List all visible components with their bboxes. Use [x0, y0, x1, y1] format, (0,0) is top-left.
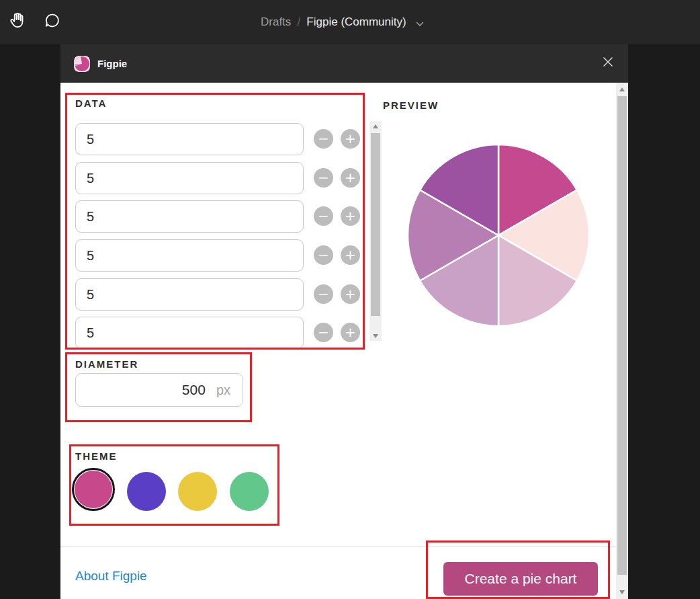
decrement-button[interactable]: − — [314, 206, 333, 226]
diameter-section-label: DIAMETER — [75, 358, 138, 370]
figpie-plugin-modal: Figpie DATA −+−+−+−+−+−+ PREVIEW DIAMETE… — [60, 44, 628, 599]
breadcrumb[interactable]: Drafts / Figpie (Community) — [261, 0, 424, 44]
data-value-input[interactable] — [75, 239, 304, 272]
create-pie-chart-button[interactable]: Create a pie chart — [443, 562, 598, 596]
scroll-down-icon[interactable] — [369, 331, 382, 341]
about-figpie-link[interactable]: About Figpie — [75, 569, 147, 584]
theme-swatch-pink-selected[interactable] — [72, 468, 115, 511]
preview-section-label: PREVIEW — [383, 99, 439, 111]
scroll-up-icon[interactable] — [369, 121, 382, 131]
diameter-unit-label: px — [216, 383, 230, 398]
data-value-input[interactable] — [75, 123, 304, 155]
data-value-input[interactable] — [75, 200, 304, 233]
data-scrollbar-thumb[interactable] — [371, 133, 380, 316]
theme-swatch-yellow[interactable] — [178, 472, 217, 511]
plugin-modal-body: DATA −+−+−+−+−+−+ PREVIEW DIAMETER 500 p… — [60, 83, 628, 599]
chevron-down-icon[interactable] — [416, 17, 424, 30]
theme-section-label: THEME — [75, 450, 118, 462]
decrement-button[interactable]: − — [314, 168, 333, 188]
increment-button[interactable]: + — [341, 245, 360, 265]
modal-scrollbar[interactable] — [616, 83, 628, 599]
plugin-modal-header: Figpie — [60, 44, 628, 83]
modal-scrollbar-thumb[interactable] — [617, 96, 627, 575]
diameter-input[interactable]: 500 px — [75, 373, 243, 407]
close-icon — [602, 56, 614, 71]
increment-button[interactable]: + — [341, 284, 360, 304]
decrement-button[interactable]: − — [314, 284, 333, 304]
data-list-scrollbar[interactable] — [369, 121, 382, 341]
theme-swatch-green[interactable] — [230, 472, 269, 511]
close-button[interactable] — [601, 56, 615, 70]
footer-divider — [60, 546, 616, 547]
comment-tool-button[interactable] — [40, 10, 64, 34]
comment-bubble-icon — [42, 11, 62, 34]
theme-swatch-pink[interactable] — [75, 471, 112, 508]
increment-button[interactable]: + — [341, 206, 360, 226]
figpie-logo-icon — [74, 56, 90, 72]
pie-chart-preview — [406, 143, 590, 327]
scroll-down-icon[interactable] — [616, 587, 628, 597]
data-value-input[interactable] — [75, 162, 304, 194]
breadcrumb-folder[interactable]: Drafts — [261, 15, 291, 29]
data-value-input[interactable] — [75, 278, 304, 311]
figma-toolbar: Drafts / Figpie (Community) — [0, 0, 700, 44]
increment-button[interactable]: + — [341, 168, 360, 188]
increment-button[interactable]: + — [341, 323, 360, 342]
data-value-input[interactable] — [75, 317, 304, 349]
hand-tool-button[interactable] — [5, 10, 30, 34]
increment-button[interactable]: + — [341, 129, 360, 149]
decrement-button[interactable]: − — [314, 129, 333, 149]
decrement-button[interactable]: − — [314, 245, 333, 265]
hand-tool-icon — [7, 11, 28, 34]
data-section-label: DATA — [75, 97, 107, 109]
breadcrumb-separator: / — [297, 15, 300, 30]
breadcrumb-file-name[interactable]: Figpie (Community) — [306, 15, 406, 29]
diameter-value[interactable]: 500 — [182, 382, 206, 398]
plugin-title: Figpie — [97, 58, 127, 69]
scroll-up-icon[interactable] — [616, 84, 628, 94]
decrement-button[interactable]: − — [314, 323, 333, 342]
theme-swatch-purple[interactable] — [127, 472, 166, 511]
